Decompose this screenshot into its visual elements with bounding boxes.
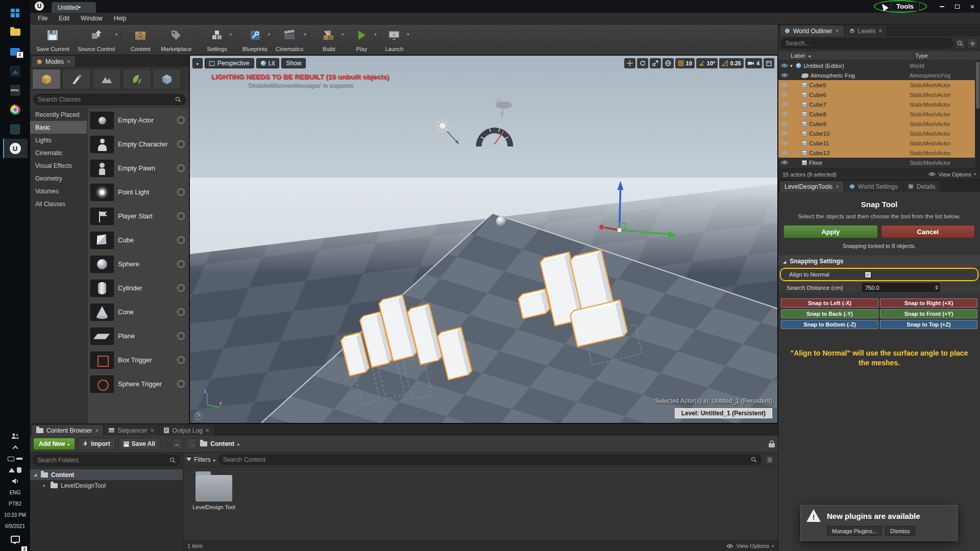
column-label[interactable]: Label▲ — [778, 53, 912, 59]
placeable-item[interactable]: Plane — [87, 324, 189, 348]
snapping-settings-section[interactable]: Snapping Settings — [778, 256, 980, 267]
rotate-tool-button[interactable] — [637, 58, 648, 68]
search-classes-input[interactable] — [38, 96, 172, 103]
viewport-options-button[interactable] — [192, 58, 203, 68]
landscape-mode-tab[interactable] — [92, 69, 121, 89]
close-tab-icon[interactable] — [878, 28, 882, 35]
start-button[interactable] — [3, 3, 28, 22]
view-options-button[interactable]: View Options — [928, 171, 976, 178]
placeable-item[interactable]: Sphere Trigger — [87, 372, 189, 396]
launch-button[interactable]: Launch — [378, 26, 410, 54]
expander-icon[interactable]: ◢ — [34, 472, 38, 477]
visibility-toggle[interactable] — [778, 92, 790, 97]
category-item[interactable]: Lights — [30, 134, 87, 146]
drag-handle-icon[interactable] — [177, 188, 185, 196]
placeable-item[interactable]: Sphere — [87, 252, 189, 276]
visibility-toggle[interactable] — [778, 160, 790, 165]
tab-levels[interactable]: Levels — [845, 26, 887, 36]
save-all-button[interactable]: Save All — [118, 438, 160, 450]
tab-leveldesigntools[interactable]: LevelDesignTools — [780, 181, 844, 192]
help-icon[interactable]: ? — [194, 412, 202, 420]
content-button[interactable]: Content — [124, 26, 157, 54]
visibility-toggle[interactable] — [778, 83, 790, 87]
category-item[interactable]: Basic — [30, 121, 87, 134]
outliner-search-button[interactable] — [955, 38, 965, 48]
category-item[interactable]: Volumes — [30, 185, 87, 197]
menu-item[interactable]: Edit — [53, 13, 75, 24]
forward-button[interactable]: → — [186, 438, 197, 449]
outliner-row[interactable]: Atmospheric Fog AtmosphericFog — [778, 70, 975, 80]
photos-app-button[interactable] — [3, 61, 28, 81]
clock-date[interactable]: 6/9/2021 — [3, 520, 28, 532]
visibility-toggle[interactable] — [778, 63, 790, 68]
drag-handle-icon[interactable] — [177, 308, 185, 316]
snap-direction-button[interactable]: Snap to Right (+X) — [880, 298, 977, 308]
placeable-item[interactable]: Cube — [87, 228, 189, 252]
placeable-item[interactable]: Player Start — [87, 204, 189, 228]
close-tab-icon[interactable] — [206, 427, 209, 434]
cinematics-button[interactable]: Cinematics — [272, 26, 307, 54]
breadcrumb[interactable]: Content — [200, 440, 240, 447]
scrollbar-thumb[interactable] — [976, 62, 979, 109]
asset-folder-leveldesigntool[interactable]: LevelDesign Tool — [189, 471, 238, 511]
grid-snap-button[interactable]: 10 — [675, 58, 695, 68]
expander-icon[interactable]: ▸ — [43, 483, 47, 488]
filters-button[interactable]: Filters — [186, 456, 215, 463]
maximize-button[interactable] — [949, 0, 965, 13]
drag-handle-icon[interactable] — [177, 212, 185, 220]
move-tool-button[interactable] — [624, 58, 635, 68]
tree-item-leveldesigntool[interactable]: ▸ LevelDesignTool — [30, 480, 183, 491]
search-content-input[interactable] — [223, 456, 748, 463]
snap-direction-button[interactable]: Snap to Back (-Y) — [781, 309, 878, 318]
tray-devices[interactable] — [3, 453, 28, 464]
level-tab[interactable]: Untitled• — [52, 2, 96, 13]
rotation-snap-button[interactable]: 10° — [696, 58, 718, 68]
scale-snap-button[interactable]: 0.25 — [719, 58, 743, 68]
category-item[interactable]: All Classes — [30, 197, 87, 210]
visibility-toggle[interactable] — [778, 112, 790, 116]
close-tab-icon[interactable] — [836, 183, 839, 190]
spinner-icon[interactable] — [935, 285, 938, 290]
category-item[interactable]: Geometry — [30, 172, 87, 185]
save-current-button[interactable]: Save Current — [32, 26, 74, 54]
visibility-toggle[interactable] — [778, 131, 790, 136]
minimize-button[interactable] — [934, 0, 949, 13]
outliner-search-input[interactable] — [786, 40, 948, 47]
lock-icon[interactable] — [769, 440, 775, 447]
placeable-item[interactable]: Empty Actor — [87, 108, 189, 132]
tab-world-outliner[interactable]: World Outliner — [780, 26, 844, 36]
build-button[interactable]: Build — [312, 26, 345, 54]
drag-handle-icon[interactable] — [177, 116, 185, 124]
placeable-item[interactable]: Cylinder — [87, 276, 189, 300]
tab-details[interactable]: Details — [903, 181, 940, 192]
language-secondary[interactable]: PTB2 — [3, 498, 28, 509]
level-indicator[interactable]: Level: Untitled_1 (Persistent) — [675, 408, 772, 418]
align-to-normal-checkbox[interactable]: ✓ — [865, 271, 871, 278]
expander-icon[interactable]: ▾ — [790, 63, 796, 68]
placeable-item[interactable]: Cone — [87, 300, 189, 324]
outliner-row[interactable]: Floor StaticMeshActor — [778, 158, 975, 167]
snap-direction-button[interactable]: Snap to Top (+Z) — [880, 320, 977, 329]
saved-filters-button[interactable] — [765, 455, 775, 465]
show-hidden-icons-button[interactable] — [3, 442, 28, 453]
drag-handle-icon[interactable] — [177, 164, 185, 172]
drag-handle-icon[interactable] — [177, 284, 185, 292]
unreal-engine-button[interactable]: U — [3, 139, 28, 158]
play-button[interactable]: Play — [345, 26, 378, 54]
outliner-row[interactable]: Cube6 StaticMeshActor — [778, 90, 975, 99]
outliner-row[interactable]: Cube8 StaticMeshActor — [778, 109, 975, 119]
paint-mode-tab[interactable] — [62, 69, 91, 89]
visibility-toggle[interactable] — [778, 121, 790, 126]
drag-handle-icon[interactable] — [177, 380, 185, 388]
visibility-toggle[interactable] — [778, 141, 790, 145]
snap-direction-button[interactable]: Snap to Front (+Y) — [880, 309, 977, 318]
drag-handle-icon[interactable] — [177, 260, 185, 268]
file-explorer-button[interactable] — [3, 22, 28, 42]
placeable-item[interactable]: Empty Pawn — [87, 156, 189, 180]
apply-button[interactable]: Apply — [783, 225, 878, 238]
snap-direction-button[interactable]: Snap to Bottom (-Z) — [781, 320, 878, 329]
cancel-button[interactable]: Cancel — [881, 225, 975, 238]
foliage-mode-tab[interactable] — [122, 69, 151, 89]
placeable-item[interactable]: Point Light — [87, 180, 189, 204]
scale-tool-button[interactable] — [650, 58, 661, 68]
